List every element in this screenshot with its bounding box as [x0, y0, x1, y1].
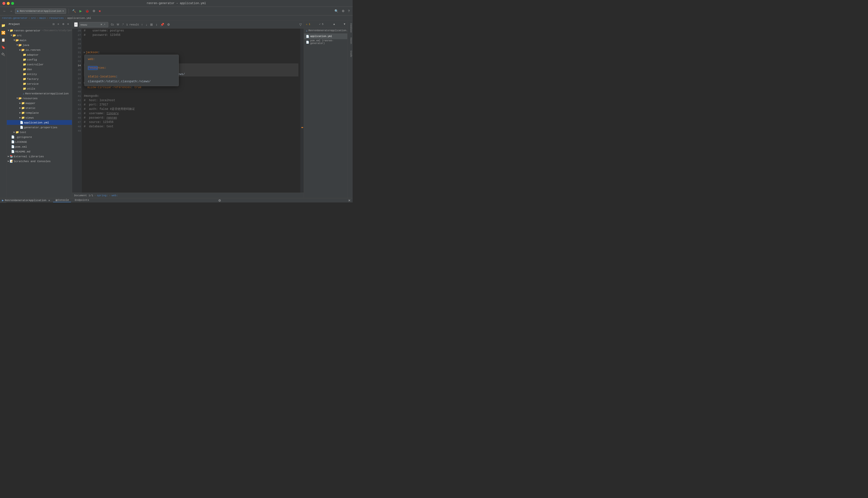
- line-num-32: 32: [73, 55, 81, 59]
- forward-button[interactable]: →: [9, 9, 14, 13]
- view-mode-button[interactable]: ⊞: [150, 23, 154, 27]
- cog-button[interactable]: ⚙: [61, 22, 65, 26]
- project-selector[interactable]: ▶ RenrenGeneratorApplication ▾: [15, 9, 66, 14]
- settings-search-button[interactable]: ⚙: [166, 23, 171, 27]
- tree-item-dao[interactable]: 📁 dao: [7, 67, 72, 71]
- tree-item-pom-xml[interactable]: 📄 pom.xml: [7, 144, 72, 149]
- code-content[interactable]: # username: postgres # password: 123456 …: [82, 28, 300, 193]
- gear-button[interactable]: ⚙: [341, 9, 346, 13]
- regex-search-button[interactable]: .*: [103, 23, 106, 26]
- right-tab-application-yml[interactable]: 📄 application.yml: [304, 34, 347, 39]
- tree-item-main[interactable]: ▼ 📂 main: [7, 38, 72, 43]
- close-button[interactable]: [2, 2, 5, 5]
- tree-item-views[interactable]: ▶ 📁 views: [7, 115, 72, 120]
- breadcrumb-bottom-web[interactable]: web:: [112, 194, 118, 197]
- tree-item-controller[interactable]: 📁 controller: [7, 62, 72, 67]
- filter-button[interactable]: ▽: [299, 23, 302, 26]
- warning-badge: ⚠ 1: [306, 23, 310, 26]
- fold-arrow-31[interactable]: ▶: [84, 50, 85, 55]
- tree-item-src[interactable]: ▼ 📂 src: [7, 33, 72, 38]
- clear-search-button[interactable]: ✕: [100, 23, 103, 26]
- breadcrumb-part-1[interactable]: src: [31, 17, 36, 19]
- tree-item-test[interactable]: ▶ 📁 test: [7, 130, 72, 134]
- tree-item-factory[interactable]: 📁 factory: [7, 77, 72, 81]
- tree-item-template[interactable]: ▶ 📁 template: [7, 110, 72, 115]
- collapse-all-button[interactable]: ⊟: [52, 22, 55, 26]
- maven-button[interactable]: Maven: [348, 35, 353, 47]
- tree-item-license[interactable]: 📄 LICENSE: [7, 140, 72, 144]
- tree-item-java[interactable]: ▼ 📂 java: [7, 43, 72, 48]
- search-close-button[interactable]: ✕: [74, 22, 78, 27]
- folder-icon: 📂: [18, 96, 22, 100]
- match-case-button[interactable]: Cc: [110, 23, 115, 26]
- right-tab-renren-java[interactable]: ☕ RenrenGeneratorApplication.java: [304, 28, 347, 34]
- whole-word-button[interactable]: W: [116, 23, 120, 26]
- tree-item-scratches[interactable]: ▶ 📝 Scratches and Consoles: [7, 159, 72, 163]
- plugins-icon-button[interactable]: 🔌: [1, 52, 6, 57]
- search-input[interactable]: [80, 23, 100, 26]
- build-button[interactable]: 🔨: [71, 9, 77, 13]
- help-button[interactable]: ?: [347, 9, 351, 13]
- debug-button[interactable]: 🐞: [84, 9, 90, 13]
- breadcrumb-bottom-spring[interactable]: spring:: [97, 194, 108, 197]
- tree-item-application-yml[interactable]: 📄 application.yml: [7, 120, 72, 125]
- run-tab-close-button[interactable]: ✕: [47, 199, 51, 202]
- tree-item-resources[interactable]: ▼ 📂 resources: [7, 96, 72, 101]
- breadcrumb-part-0[interactable]: renren-generator: [2, 17, 28, 19]
- settings-button[interactable]: ⚙: [91, 9, 97, 13]
- expand-all-button[interactable]: ≡: [56, 22, 60, 26]
- run-tab-console[interactable]: 🖥 Console: [53, 198, 71, 202]
- breadcrumb-part-3[interactable]: resources: [49, 17, 64, 19]
- tree-item-entity[interactable]: 📁 entity: [7, 71, 72, 77]
- vcs-icon-button[interactable]: 🔀: [1, 30, 6, 35]
- bookmarks-icon-button[interactable]: 🔖: [1, 44, 6, 50]
- xml-file-icon: 📄: [306, 41, 309, 44]
- minimize-button[interactable]: [7, 2, 10, 5]
- console-area[interactable]: 2023-06-14 01:04:55.393 INFO 55193 --- […: [6, 202, 353, 203]
- tree-item-static[interactable]: ▶ 📁 static: [7, 105, 72, 110]
- project-icon-button[interactable]: 📁: [1, 23, 6, 28]
- tree-item-renren-app[interactable]: ☕ RenrenGeneratorApplication: [7, 91, 72, 96]
- structure-icon-button[interactable]: 📋: [1, 37, 6, 43]
- maximize-button[interactable]: [11, 2, 14, 5]
- right-tab-pom-xml[interactable]: 📄 pom.xml (renren-generator): [304, 39, 347, 45]
- database-button[interactable]: Database: [348, 22, 353, 34]
- gradle-button[interactable]: Gradle: [348, 48, 353, 60]
- run-button[interactable]: ▶: [78, 9, 83, 13]
- close-panel-button[interactable]: ✕: [66, 22, 70, 26]
- line-num-47: 47: [73, 120, 81, 124]
- xml-icon: 📄: [11, 145, 14, 148]
- tree-item-io-renren[interactable]: ▶ 📂 io.renren: [7, 48, 72, 52]
- stop-button[interactable]: ■: [98, 9, 102, 13]
- search-everywhere-button[interactable]: 🔍: [333, 9, 339, 13]
- panel-settings-button[interactable]: ⚙: [218, 199, 221, 202]
- breadcrumb-bottom-doc[interactable]: Document 1/1: [74, 194, 93, 197]
- regex-option-button[interactable]: .*: [121, 23, 125, 26]
- tree-item-mapper[interactable]: ▶ 📁 mapper: [7, 101, 72, 105]
- run-tab-endpoints[interactable]: Endpoints: [73, 198, 91, 202]
- console-tab-icon: 🖥: [55, 199, 58, 202]
- tree-item-external-libraries[interactable]: ▶ 📚 External Libraries: [7, 154, 72, 159]
- back-button[interactable]: ←: [2, 9, 7, 13]
- scroll-gutter[interactable]: [300, 28, 304, 193]
- pin-button[interactable]: 📌: [159, 23, 165, 27]
- down-icon[interactable]: ▼: [344, 23, 345, 26]
- code-editor-container[interactable]: 26 27 28 29 30 31 32 33 34 35 36 37 38 3…: [72, 28, 304, 193]
- tree-item-utils[interactable]: 📁 utils: [7, 86, 72, 91]
- tree-item-renren-generator[interactable]: ▼ 📁 renren-generator ~/Documents/study/p…: [7, 28, 72, 33]
- tree-item-adaptor[interactable]: 📁 adaptor: [7, 52, 72, 57]
- breadcrumb-part-2[interactable]: main: [39, 17, 46, 19]
- up-icon[interactable]: ▲: [333, 23, 335, 26]
- project-header-icons: ⊟ ≡ ⚙ ✕: [52, 22, 70, 26]
- tree-item-gitignore[interactable]: 📄 .gitignore: [7, 134, 72, 140]
- prev-result-button[interactable]: ↑: [140, 23, 144, 27]
- folder-icon: 📁: [23, 58, 26, 61]
- tree-item-config[interactable]: 📁 config: [7, 57, 72, 62]
- tree-item-generator-properties[interactable]: 📄 generator.properties: [7, 125, 72, 130]
- tree-item-readme[interactable]: 📄 README.md: [7, 149, 72, 154]
- folder-icon: 📁: [23, 53, 26, 56]
- tree-item-service[interactable]: 📁 service: [7, 81, 72, 86]
- expand-button[interactable]: ↕: [155, 23, 158, 27]
- next-result-button[interactable]: ↓: [145, 23, 148, 27]
- panel-close-button[interactable]: ✕: [348, 199, 351, 202]
